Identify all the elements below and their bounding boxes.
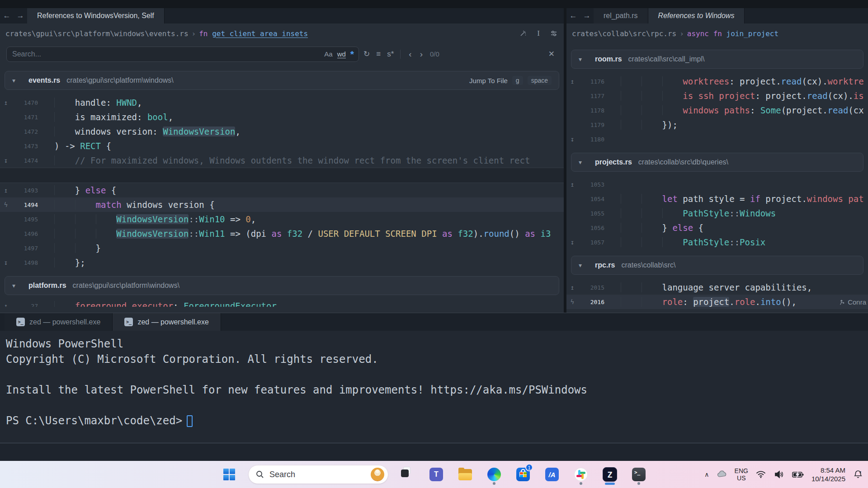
code-line[interactable]: ↧1180 (566, 132, 868, 146)
code-line[interactable]: ↥2015language_server_capabilities, (566, 280, 868, 295)
substitute-icon[interactable]: s* (387, 50, 394, 59)
chevron-down-icon[interactable]: ▾ (579, 262, 590, 269)
regex-toggle-icon[interactable]: * (350, 52, 354, 56)
bell-icon[interactable]: z (853, 469, 863, 480)
start-button[interactable] (219, 463, 239, 486)
terminal-output[interactable]: Windows PowerShellCopyright (C) Microsof… (0, 331, 868, 443)
indent-guide (54, 214, 55, 224)
chevron-down-icon[interactable]: ▾ (579, 56, 590, 63)
jump-to-file-button[interactable]: Jump To File (469, 77, 508, 84)
terminal-tab[interactable]: >_zed — powershell.exe (5, 313, 113, 331)
up-arrow-icon[interactable]: ↥ (0, 187, 12, 194)
up-arrow-icon[interactable]: ↥ (0, 302, 12, 307)
code-line[interactable]: ↥27foreground_executor: ForegroundExecut… (0, 299, 564, 307)
file-explorer-button[interactable] (455, 463, 475, 486)
down-arrow-icon[interactable]: ↧ (0, 157, 12, 164)
inline-assist-icon[interactable] (519, 29, 528, 38)
excerpt-header[interactable]: ▾projects.rscrates\collab\src\db\queries… (571, 153, 863, 172)
code-line[interactable]: ↧1474// For maximized windows, Windows o… (0, 153, 564, 168)
text-cursor-icon[interactable]: I (534, 29, 543, 38)
code-line[interactable]: 1495WindowsVersion::Win10 => 0, (0, 212, 564, 226)
cloud-icon[interactable] (717, 469, 727, 480)
edge-button[interactable] (484, 463, 504, 486)
excerpt-header[interactable]: ▾room.rscrates\call\src\call_impl\ (571, 50, 863, 69)
taskbar-search[interactable]: Search (248, 465, 388, 484)
breadcrumb-symbol[interactable]: join_project (726, 29, 779, 38)
clock[interactable]: 8:54 AM10/14/2025 (811, 466, 845, 483)
code-line[interactable]: 1178windows_paths: Some(project.read(cx (566, 103, 868, 117)
indent-guide (54, 301, 55, 307)
bolt-arrow-icon[interactable]: ϟ (566, 298, 578, 305)
code-line[interactable]: ↧1057PathStyle::Posix (566, 235, 868, 249)
excerpt-header[interactable]: ▾events.rscrates\gpui\src\platform\windo… (5, 71, 559, 90)
editor-tab[interactable]: References to Windows (648, 8, 745, 23)
excerpt-header[interactable]: ▾platform.rscrates\gpui\src\platform\win… (5, 276, 559, 295)
code-token: else (85, 185, 106, 195)
wifi-icon[interactable] (755, 469, 766, 480)
chevron-up-icon[interactable]: ∧ (704, 471, 709, 478)
breadcrumb-symbol[interactable]: get_client_area_insets (212, 29, 308, 38)
code-line[interactable]: ↥1053 (566, 177, 868, 192)
teams-button[interactable]: T (426, 463, 446, 486)
editor-controls-icon[interactable] (549, 29, 558, 38)
code-line[interactable]: ↥1176worktrees: project.read(cx).worktre (566, 74, 868, 89)
whole-word-toggle[interactable]: wd (337, 50, 346, 58)
code-line[interactable]: ϟ2016role: project.role.into(),Conra (566, 295, 868, 309)
store-button[interactable]: 1 (513, 463, 533, 486)
down-arrow-icon[interactable]: ↧ (0, 259, 12, 266)
terminal-prompt[interactable]: PS C:\Users\maxbr\code\zed> (6, 413, 868, 428)
bolt-arrow-icon[interactable]: ϟ (0, 201, 12, 208)
back-button[interactable]: ← (0, 8, 14, 23)
code-line[interactable]: 1471is_maximized: bool, (0, 110, 564, 124)
line-number: 1497 (12, 245, 38, 252)
chevron-down-icon[interactable]: ▾ (12, 77, 24, 84)
up-arrow-icon[interactable]: ↥ (566, 284, 578, 291)
terminal-button[interactable]: >_ (629, 463, 649, 486)
slack-button[interactable] (571, 463, 591, 486)
left-breadcrumb[interactable]: crates\gpui\src\platform\windows\events.… (0, 23, 564, 43)
forward-button[interactable]: → (14, 8, 27, 23)
blue-app-button[interactable]: /A (542, 463, 562, 486)
zed-button[interactable]: Z (600, 463, 620, 486)
collaborator-label[interactable]: Conra (839, 298, 868, 306)
terminal-tab[interactable]: >_zed — powershell.exe (113, 313, 221, 331)
code-line[interactable]: 1056} else { (566, 221, 868, 235)
up-arrow-icon[interactable]: ↥ (566, 181, 578, 188)
tab-references-windowsversion[interactable]: References to WindowsVersion, Self (27, 8, 165, 23)
code-line[interactable]: 1055PathStyle::Windows (566, 206, 868, 221)
code-line[interactable]: ϟ1494match windows_version { (0, 197, 564, 212)
editor-tab[interactable]: rel_path.rs (594, 8, 648, 23)
code-line[interactable]: 1179}); (566, 117, 868, 132)
prev-match-button[interactable]: ‹ (407, 49, 413, 59)
chevron-down-icon[interactable]: ▾ (12, 282, 24, 289)
forward-button[interactable]: → (580, 8, 594, 23)
right-breadcrumb[interactable]: crates\collab\src\rpc.rs › async fn join… (566, 23, 868, 43)
close-search-icon[interactable]: ✕ (546, 49, 557, 59)
code-line[interactable]: 1473) -> RECT { (0, 139, 564, 153)
code-line[interactable]: ↥1470handle: HWND, (0, 95, 564, 110)
battery-icon[interactable] (792, 469, 804, 480)
language-indicator[interactable]: ENGUS (735, 467, 748, 482)
code-line[interactable]: ↥1493} else { (0, 183, 564, 197)
case-sensitive-toggle[interactable]: Aa (324, 50, 332, 58)
filter-lines-icon[interactable]: ≡ (376, 50, 381, 59)
next-match-button[interactable]: › (418, 49, 425, 59)
volume-icon[interactable] (774, 469, 784, 480)
task-view-button[interactable] (397, 463, 417, 486)
down-arrow-icon[interactable]: ↧ (566, 239, 578, 246)
code-line[interactable]: 1054let path_style = if project.windows_… (566, 192, 868, 206)
back-button[interactable]: ← (566, 8, 580, 23)
code-line[interactable]: 1496WindowsVersion::Win11 => (dpi as f32… (0, 226, 564, 241)
code-line[interactable]: 1177is_ssh_project: project.read(cx).is (566, 89, 868, 103)
code-line[interactable]: 1472windows_version: WindowsVersion, (0, 124, 564, 139)
code-line[interactable]: 1497} (0, 241, 564, 255)
down-arrow-icon[interactable]: ↧ (566, 136, 578, 143)
replace-icon[interactable]: ↻ (363, 49, 370, 59)
search-input[interactable] (12, 50, 320, 58)
up-arrow-icon[interactable]: ↥ (0, 99, 12, 106)
chevron-down-icon[interactable]: ▾ (579, 159, 590, 166)
window-titlebar[interactable] (0, 0, 868, 8)
excerpt-header[interactable]: ▾rpc.rscrates\collab\src\ (571, 256, 863, 275)
up-arrow-icon[interactable]: ↥ (566, 78, 578, 85)
code-line[interactable]: ↧1498}; (0, 255, 564, 270)
